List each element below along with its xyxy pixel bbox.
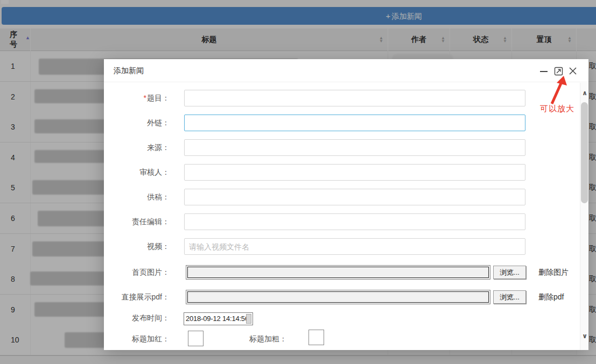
annotation-arrow-icon xyxy=(544,74,571,105)
page-background: +添加新闻 序号▲ 标题 ▲▼ 作者 ▲▼ 状态 ▲▼ 置顶 ▲▼ xyxy=(0,0,596,364)
field-label-title: *题目： xyxy=(104,90,175,106)
scroll-up-icon[interactable]: ∧ xyxy=(580,89,589,97)
pdf-browse-button[interactable]: 浏览... xyxy=(493,290,526,304)
field-label-title-bold: 标题加粗： xyxy=(212,331,287,347)
delete-pdf-link[interactable]: 删除pdf xyxy=(538,290,564,304)
field-label-video: 视频： xyxy=(104,238,175,255)
annotation-text: 可以放大 xyxy=(540,104,574,114)
dialog-scrollbar[interactable]: ∧ ∨ xyxy=(580,83,588,350)
field-label-contributor: 供稿： xyxy=(104,189,175,205)
pdf-file-field[interactable] xyxy=(186,290,490,304)
reviewer-input[interactable] xyxy=(184,164,525,181)
title-red-checkbox[interactable] xyxy=(188,331,204,346)
field-label-source: 来源： xyxy=(104,139,175,156)
field-label-editor: 责任编辑： xyxy=(104,213,175,230)
title-input[interactable] xyxy=(184,90,525,106)
add-news-dialog: 添加新闻 *题目： 外链： xyxy=(104,59,588,350)
video-input[interactable] xyxy=(184,238,525,255)
delete-image-link[interactable]: 删除图片 xyxy=(538,265,569,280)
field-label-title-red: 标题加红： xyxy=(104,331,175,347)
title-bold-checkbox[interactable] xyxy=(308,330,324,345)
field-label-publish-time: 发布时间： xyxy=(104,311,175,324)
field-label-reviewer: 审核人： xyxy=(104,164,175,181)
dialog-header: 添加新闻 xyxy=(104,59,588,82)
date-spinner-icon[interactable] xyxy=(246,314,251,324)
dialog-title: 添加新闻 xyxy=(114,59,144,82)
editor-input[interactable] xyxy=(184,213,525,230)
scrollbar-thumb[interactable] xyxy=(581,102,588,203)
field-label-home-image: 首页图片： xyxy=(104,265,175,280)
publish-time-input[interactable]: 2018-09-12 14:14:56 xyxy=(184,312,253,325)
field-label-pdf: 直接展示pdf： xyxy=(104,290,175,304)
source-input[interactable] xyxy=(184,139,525,156)
field-label-link: 外链： xyxy=(104,115,175,131)
home-image-browse-button[interactable]: 浏览... xyxy=(493,266,526,279)
home-image-file-field[interactable] xyxy=(186,265,490,280)
contributor-input[interactable] xyxy=(184,189,525,205)
link-input[interactable] xyxy=(184,115,525,131)
scroll-down-icon[interactable]: ∨ xyxy=(580,332,589,340)
